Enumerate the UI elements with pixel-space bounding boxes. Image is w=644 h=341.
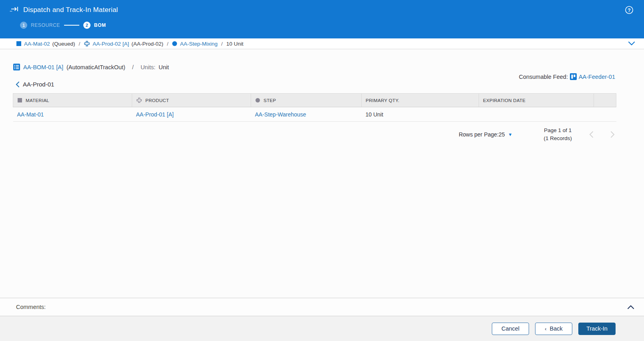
product-icon	[84, 40, 90, 47]
step-circle-icon	[255, 98, 260, 103]
record-count-text: (1 Records)	[543, 134, 572, 142]
row-primary-qty: 10 Unit	[366, 111, 383, 118]
row-step-link[interactable]: AA-Step-Warehouse	[255, 111, 306, 118]
track-in-button[interactable]: Track-In	[578, 323, 616, 335]
bom-name-link[interactable]: AA-BOM-01 [A]	[23, 64, 63, 70]
step-1-circle: 1	[20, 22, 27, 29]
page-title: Dispatch and Track-In Material	[23, 6, 118, 14]
bom-list-icon	[13, 64, 20, 70]
previous-page-icon[interactable]	[589, 131, 594, 138]
breadcrumb-product-link[interactable]: AA-Prod-02 [A]	[93, 41, 129, 47]
material-square-icon	[16, 41, 22, 46]
row-material-link[interactable]: AA-Mat-01	[17, 111, 44, 118]
breadcrumb-separator: /	[79, 41, 80, 47]
units-value: Unit	[159, 64, 169, 70]
dialog-footer: Cancel ‹ Back Track-In	[0, 316, 644, 341]
column-header-product[interactable]: PRODUCT	[132, 94, 251, 107]
dialog-header: Dispatch and Track-In Material ? 1 RESOU…	[0, 0, 644, 38]
rows-per-page-label: Rows per Page:	[459, 131, 499, 138]
bom-separator: /	[132, 64, 134, 70]
step-circle-icon	[172, 41, 177, 46]
bom-info-line: AA-BOM-01 [A] (AutomaticAtTrackOut) / Un…	[13, 64, 644, 70]
consumable-feed-link[interactable]: AA-Feeder-01	[579, 74, 615, 80]
comments-bar: Comments:	[0, 298, 644, 316]
consumable-feed-label: Consumable Feed:	[519, 74, 568, 80]
wizard-stepper: 1 RESOURCE 2 BOM	[20, 22, 634, 29]
product-icon	[136, 97, 142, 103]
context-breadcrumb-bar: AA-Mat-02 (Queued) / AA-Prod-02 [A] (AA-…	[0, 38, 644, 49]
bom-content-area: AA-BOM-01 [A] (AutomaticAtTrackOut) / Un…	[0, 49, 644, 298]
bom-mode: (AutomaticAtTrackOut)	[66, 64, 125, 70]
table-row[interactable]: AA-Mat-01 AA-Prod-01 [A] AA-Step-Warehou…	[13, 107, 616, 122]
breadcrumb-step-link[interactable]: AA-Step-Mixing	[180, 41, 217, 47]
material-square-icon	[17, 98, 22, 103]
breadcrumb-product-detail: (AA-Prod-02)	[131, 41, 163, 47]
page-info: Page 1 of 1 (1 Records)	[543, 126, 572, 142]
chevron-left-icon: ‹	[545, 326, 546, 332]
breadcrumb-separator: /	[167, 41, 169, 47]
column-header-primary-qty[interactable]: PRIMARY QTY.	[362, 94, 479, 107]
breadcrumb-material-status: (Queued)	[52, 41, 75, 47]
chevron-left-icon	[15, 81, 20, 88]
rows-per-page-select[interactable]: Rows per Page:25 ▼	[459, 131, 512, 138]
help-icon[interactable]: ?	[625, 6, 634, 14]
breadcrumb-separator: /	[221, 41, 223, 47]
step-1-label: RESOURCE	[31, 22, 60, 28]
rows-per-page-value: 25	[499, 131, 505, 138]
breadcrumb-material-link[interactable]: AA-Mat-02	[24, 41, 50, 47]
units-label: Units:	[141, 64, 155, 70]
cancel-button[interactable]: Cancel	[492, 323, 529, 335]
material-table: MATERIAL PRODUCT	[13, 93, 616, 122]
back-button-label: Back	[550, 325, 563, 332]
column-header-material[interactable]: MATERIAL	[13, 94, 132, 107]
caret-down-icon: ▼	[508, 132, 513, 137]
back-button[interactable]: ‹ Back	[535, 323, 572, 335]
step-connector	[64, 25, 79, 26]
product-back-link[interactable]: AA-Prod-01	[15, 81, 644, 88]
comments-chevron-up-icon[interactable]	[627, 305, 634, 309]
dispatch-track-in-dialog: Dispatch and Track-In Material ? 1 RESOU…	[0, 0, 644, 341]
next-page-icon[interactable]	[610, 131, 615, 138]
page-count-text: Page 1 of 1	[543, 126, 572, 134]
step-bom[interactable]: 2 BOM	[83, 22, 106, 29]
table-header-row: MATERIAL PRODUCT	[13, 94, 616, 107]
table-pagination: Rows per Page:25 ▼ Page 1 of 1 (1 Record…	[0, 126, 615, 142]
consumable-feed-line: Consumable Feed: AA-Feeder-01	[519, 73, 615, 80]
dispatch-icon	[10, 6, 19, 14]
column-header-step[interactable]: STEP	[251, 94, 362, 107]
column-header-empty	[594, 94, 616, 107]
feeder-icon	[570, 73, 577, 80]
step-resource[interactable]: 1 RESOURCE	[20, 22, 60, 29]
track-in-button-label: Track-In	[586, 325, 608, 332]
row-product-link[interactable]: AA-Prod-01 [A]	[136, 111, 174, 118]
comments-label: Comments:	[16, 304, 46, 310]
breadcrumb-chevron-down-icon[interactable]	[628, 41, 635, 46]
product-back-label: AA-Prod-01	[23, 81, 54, 88]
step-2-label: BOM	[94, 22, 106, 28]
svg-text:?: ?	[628, 8, 630, 13]
cancel-button-label: Cancel	[501, 325, 519, 332]
column-header-expiration-date[interactable]: EXPIRATION DATE	[479, 94, 594, 107]
step-2-circle: 2	[83, 22, 91, 29]
breadcrumb-quantity: 10 Unit	[226, 41, 244, 47]
